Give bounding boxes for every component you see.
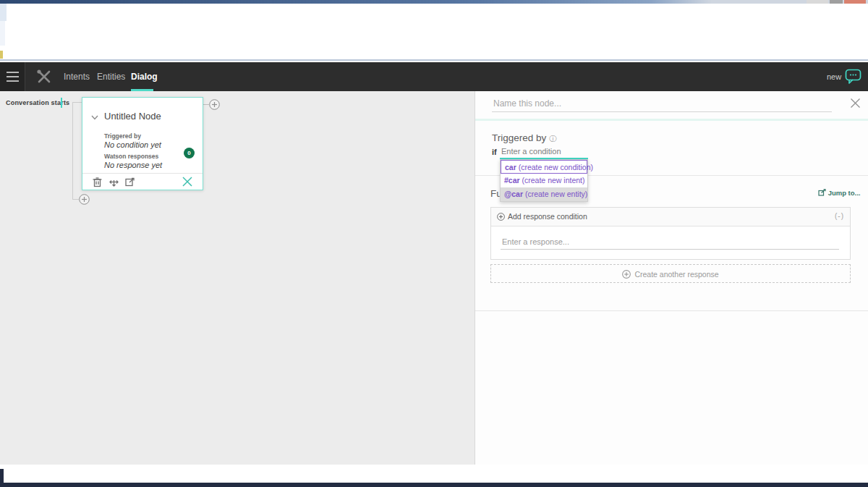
chrome-left-strip: [0, 4, 7, 21]
jump-to-icon: [818, 189, 826, 196]
dropdown-item-create-intent[interactable]: #car (create new intent): [501, 174, 587, 187]
add-node-right-button[interactable]: [209, 99, 220, 110]
node-card-toolbar: [82, 173, 203, 190]
jump-to-label: Jump to...: [828, 189, 861, 197]
add-response-condition-button[interactable]: Add response condition: [497, 212, 587, 221]
hamburger-menu-button[interactable]: [0, 62, 25, 91]
triggered-by-heading: Triggered byⓘ: [492, 132, 556, 144]
code-editor-toggle-icon[interactable]: (-): [835, 212, 844, 220]
jump-to-button[interactable]: Jump to...: [818, 189, 861, 197]
dropdown-hint: (create new intent): [522, 176, 585, 185]
node-triggered-by-label: Triggered by: [104, 132, 141, 140]
close-node-icon[interactable]: [182, 177, 192, 187]
move-node-icon[interactable]: [109, 177, 119, 187]
connector-line: [203, 104, 209, 105]
start-marker: [61, 98, 62, 108]
plus-circle-icon: [622, 270, 631, 279]
bottom-chrome-band: [0, 465, 868, 483]
connector-line: [72, 102, 82, 103]
dropdown-item-create-entity[interactable]: @car (create new entity): [501, 187, 587, 201]
watson-dialog-screen: Intents Entities Dialog new Conversation…: [0, 0, 868, 487]
taskbar-corner-mark: [0, 469, 4, 483]
node-name-input[interactable]: [492, 95, 832, 112]
connector-line: [72, 102, 73, 200]
node-edit-panel: Triggered byⓘ if Fulfillment Jump to... …: [475, 91, 868, 465]
chrome-edge-mark: [0, 51, 3, 59]
dropdown-term: car: [505, 163, 516, 171]
response-count-badge: 0: [184, 148, 195, 158]
condition-dropdown: car (create new condition) #car (create …: [500, 159, 588, 202]
dialog-node-card[interactable]: Untitled Node Triggered by No condition …: [82, 97, 203, 190]
chevron-down-icon[interactable]: [91, 115, 98, 120]
browser-chrome-band: [0, 4, 868, 61]
node-response-text: No response yet: [104, 161, 162, 169]
dropdown-term: @car: [504, 190, 523, 198]
tools-icon: [35, 68, 54, 85]
create-another-response-button[interactable]: Create another response: [490, 264, 851, 283]
add-node-below-button[interactable]: [79, 194, 90, 205]
response-card: Add response condition (-): [490, 207, 851, 260]
open-node-icon[interactable]: [124, 177, 135, 187]
tab-entities[interactable]: Entities: [97, 62, 125, 91]
tab-intents[interactable]: Intents: [64, 62, 90, 91]
top-navbar: Intents Entities Dialog new: [0, 62, 868, 91]
plus-circle-icon: [497, 213, 505, 221]
node-responses-label: Watson responses: [104, 153, 158, 160]
new-label: new: [827, 62, 841, 91]
connector-line: [72, 199, 79, 200]
taskbar-sliver: [0, 483, 868, 487]
node-title: Untitled Node: [104, 111, 161, 122]
chrome-left-strip2: [0, 21, 5, 46]
panel-header-divider: [475, 119, 868, 121]
condition-input[interactable]: [500, 145, 588, 159]
close-panel-icon[interactable]: [850, 98, 861, 109]
chat-button[interactable]: [845, 69, 861, 85]
chat-bubble-icon: [845, 69, 861, 85]
delete-node-icon[interactable]: [92, 177, 103, 187]
response-input[interactable]: [501, 234, 839, 250]
dropdown-item-create-condition[interactable]: car (create new condition): [501, 160, 587, 174]
info-icon[interactable]: ⓘ: [549, 135, 556, 143]
create-another-response-label: Create another response: [634, 270, 718, 279]
dropdown-term: #car: [504, 176, 520, 185]
tab-dialog[interactable]: Dialog: [131, 62, 158, 91]
response-card-header: Add response condition (-): [491, 208, 850, 226]
node-condition-text: No condition yet: [104, 140, 161, 149]
tools-button[interactable]: [35, 68, 54, 85]
if-label: if: [492, 148, 497, 156]
add-response-condition-label: Add response condition: [508, 212, 587, 221]
dropdown-hint: (create new entity): [525, 190, 587, 198]
dialog-canvas[interactable]: Conversation starts Untitled Node Trigge…: [0, 91, 475, 465]
triggered-by-heading-text: Triggered by: [492, 132, 546, 143]
panel-lower-divider: [475, 310, 868, 311]
dropdown-hint: (create new condition): [519, 163, 593, 171]
